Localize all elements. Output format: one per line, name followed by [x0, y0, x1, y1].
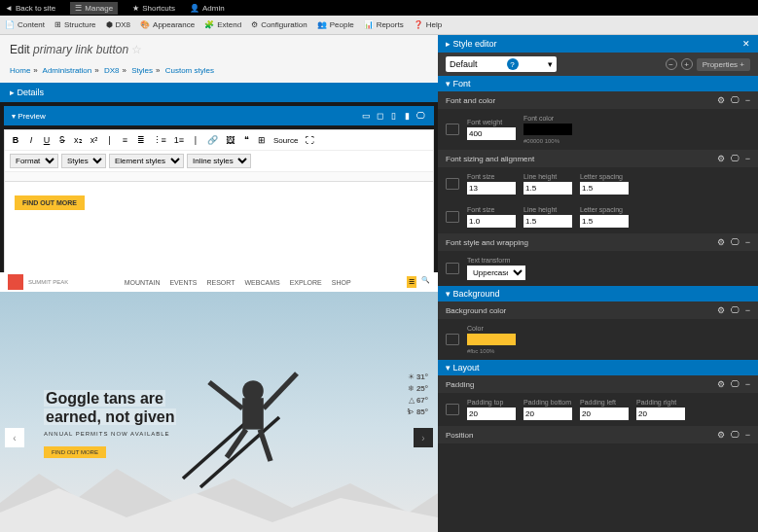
device-toggle-icon[interactable]: 🖵 [731, 95, 740, 105]
expand-button[interactable]: ⛶ [304, 133, 316, 147]
toolbar-dx8[interactable]: ⬢ DX8 [106, 20, 131, 29]
device-toggle-icon[interactable]: 🖵 [731, 237, 740, 247]
bold-button[interactable]: B [10, 133, 21, 147]
toolbar-appearance[interactable]: 🎨 Appearance [140, 20, 195, 29]
device-toggle-icon[interactable]: 🖵 [731, 430, 740, 440]
device-toggle-icon[interactable]: 🖵 [731, 154, 740, 163]
settings-icon[interactable]: ⚙ [717, 379, 725, 389]
device-icon-3[interactable]: ▯ [387, 110, 399, 122]
device-icon[interactable] [446, 124, 459, 135]
undo-button[interactable]: − [666, 58, 677, 70]
collapse-icon[interactable]: − [745, 154, 750, 163]
toolbar-config[interactable]: ⚙ Configuration [251, 20, 307, 29]
details-toggle[interactable]: ▸ Details [0, 83, 438, 102]
settings-icon[interactable]: ⚙ [717, 154, 725, 163]
star-icon[interactable]: ☆ [131, 43, 142, 56]
toolbar-content[interactable]: 📄 Content [5, 20, 45, 29]
sub-button[interactable]: x₂ [72, 133, 85, 147]
align-center[interactable]: ≣ [135, 133, 147, 147]
italic-button[interactable]: I [25, 133, 37, 147]
sup-button[interactable]: x² [89, 133, 100, 147]
collapse-icon[interactable]: − [745, 379, 750, 389]
underline-button[interactable]: U [41, 133, 53, 147]
manage-menu[interactable]: ☰ Manage [70, 2, 118, 15]
search-icon[interactable]: 🔍 [421, 276, 430, 288]
toolbar-reports[interactable]: 📊 Reports [364, 20, 404, 29]
next-arrow[interactable]: › [414, 428, 433, 447]
list-ul[interactable]: ⋮≡ [151, 133, 168, 147]
crumb-admin[interactable]: Administration [43, 66, 92, 75]
device-icon[interactable] [446, 263, 459, 274]
letter-spacing-input-2[interactable] [580, 215, 629, 228]
back-to-site[interactable]: ◄ Back to site [5, 4, 55, 13]
collapse-icon[interactable]: − [745, 237, 750, 247]
inline-select[interactable]: Inline styles [187, 154, 251, 168]
preview-button-element[interactable]: FIND OUT MORE [15, 195, 85, 210]
quote-button[interactable]: ❝ [240, 133, 252, 147]
format-select[interactable]: Format [10, 154, 58, 168]
crumb-styles[interactable]: Styles [131, 66, 153, 75]
device-icon-1[interactable]: ▭ [360, 110, 372, 122]
font-color-swatch[interactable] [523, 124, 572, 135]
list-ol[interactable]: 1≡ [172, 133, 186, 147]
device-icon-2[interactable]: ◻ [374, 110, 385, 122]
add-button[interactable]: + [681, 58, 693, 70]
device-toggle-icon[interactable]: 🖵 [731, 305, 740, 315]
device-toggle-icon[interactable]: 🖵 [731, 379, 740, 389]
padding-bottom-input[interactable] [523, 408, 572, 420]
admin-menu[interactable]: 👤 Admin [190, 4, 225, 13]
crumb-custom[interactable]: Custom styles [165, 66, 214, 75]
letter-spacing-input[interactable] [580, 182, 629, 195]
padding-top-input[interactable] [467, 408, 516, 420]
font-weight-input[interactable] [467, 127, 516, 140]
strike-button[interactable]: S̶ [56, 133, 68, 147]
font-size-input-2[interactable] [467, 215, 516, 228]
settings-icon[interactable]: ⚙ [717, 237, 725, 247]
table-button[interactable]: ⊞ [256, 133, 268, 147]
section-background[interactable]: ▾ Background [438, 286, 758, 301]
toolbar-structure[interactable]: ⊞ Structure [54, 20, 95, 29]
crumb-home[interactable]: Home [10, 66, 30, 75]
collapse-icon[interactable]: − [745, 95, 750, 105]
site-logo[interactable] [8, 274, 23, 290]
info-icon[interactable]: ? [507, 58, 519, 70]
nav-item[interactable]: SHOP [332, 279, 351, 286]
settings-icon[interactable]: ⚙ [717, 305, 725, 315]
padding-right-input[interactable] [636, 408, 685, 420]
line-height-input[interactable] [523, 182, 572, 195]
nav-item[interactable]: EVENTS [169, 279, 197, 286]
bg-color-swatch[interactable] [467, 334, 516, 345]
crumb-dx8[interactable]: DX8 [104, 66, 120, 75]
properties-button[interactable]: Properties + [697, 58, 750, 71]
nav-item[interactable]: WEBCAMS [245, 279, 280, 286]
prev-arrow[interactable]: ‹ [5, 428, 24, 447]
hero-cta-button[interactable]: FIND OUT MORE [44, 446, 106, 458]
device-icon[interactable] [446, 211, 459, 223]
font-size-input[interactable] [467, 182, 516, 195]
settings-icon[interactable]: ⚙ [717, 430, 725, 440]
collapse-icon[interactable]: − [745, 430, 750, 440]
elements-select[interactable]: Element styles [109, 154, 184, 168]
section-layout[interactable]: ▾ Layout [438, 360, 758, 375]
close-icon[interactable]: ✕ [742, 39, 750, 49]
image-button[interactable]: 🖼 [224, 133, 236, 147]
device-icon-5[interactable]: 🖵 [415, 110, 426, 122]
nav-item[interactable]: EXPLORE [290, 279, 322, 286]
align-left[interactable]: ≡ [120, 133, 131, 147]
device-icon-4[interactable]: ▮ [401, 110, 413, 122]
state-selector[interactable]: Default ? ▾ [446, 56, 557, 72]
shortcuts-menu[interactable]: ★ Shortcuts [132, 4, 175, 13]
settings-icon[interactable]: ⚙ [717, 95, 725, 105]
nav-item[interactable]: RESORT [206, 279, 235, 286]
toolbar-extend[interactable]: 🧩 Extend [204, 20, 241, 29]
device-icon[interactable] [446, 404, 459, 415]
styles-select[interactable]: Styles [61, 154, 106, 168]
link-button[interactable]: 🔗 [205, 133, 220, 147]
padding-left-input[interactable] [580, 408, 629, 420]
device-icon[interactable] [446, 178, 459, 190]
nav-item[interactable]: MOUNTAIN [125, 279, 161, 286]
menu-icon[interactable]: ☰ [407, 276, 416, 288]
line-height-input-2[interactable] [523, 215, 572, 228]
collapse-icon[interactable]: − [745, 305, 750, 315]
device-icon[interactable] [446, 334, 459, 345]
